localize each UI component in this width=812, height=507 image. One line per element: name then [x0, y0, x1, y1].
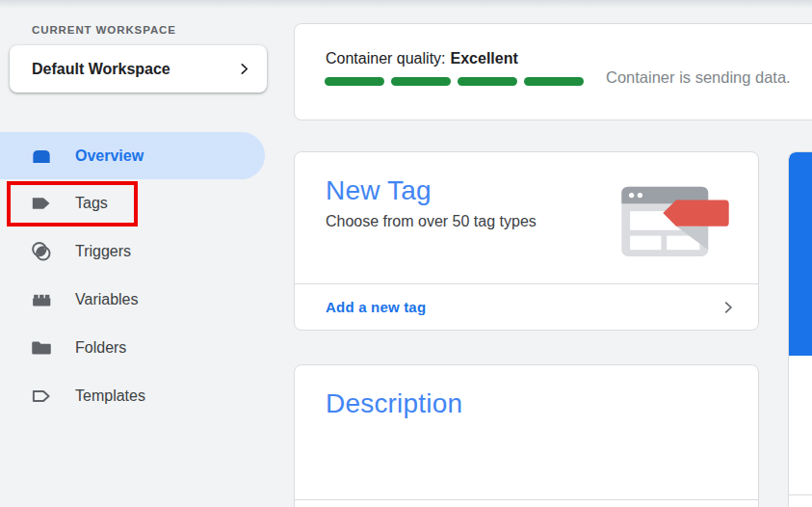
workspace-selector[interactable]: Default Workspace	[10, 45, 267, 93]
sidebar-item-label: Templates	[75, 387, 145, 405]
chevron-right-icon	[237, 62, 251, 76]
browser-tag-icon	[619, 177, 733, 262]
description-card: Description	[294, 364, 759, 507]
quality-bar	[524, 77, 584, 86]
container-quality-label: Container quality:	[326, 50, 446, 67]
add-new-tag-label: Add a new tag	[326, 299, 720, 315]
triggers-icon	[29, 239, 54, 264]
container-status-text: Container is sending data.	[606, 68, 791, 87]
sidebar-item-variables[interactable]: Variables	[0, 276, 289, 324]
header-shadow	[0, 0, 812, 9]
new-tag-title: New Tag	[326, 175, 432, 206]
sidebar-item-label: Tags	[75, 195, 108, 212]
sidebar-item-label: Overview	[75, 147, 144, 165]
workspace-name: Default Workspace	[32, 61, 237, 78]
sidebar-item-label: Folders	[75, 339, 126, 357]
chevron-right-icon	[720, 299, 737, 316]
sidebar-item-label: Triggers	[75, 243, 131, 260]
sidebar-item-templates[interactable]: Templates	[0, 372, 289, 420]
overview-icon	[29, 144, 54, 169]
gtm-workspace-page: CURRENT WORKSPACE Default Workspace Over…	[0, 0, 812, 507]
new-tag-card: New Tag Choose from over 50 tag types Ad…	[294, 151, 759, 331]
new-tag-subtitle: Choose from over 50 tag types	[326, 213, 537, 230]
description-title: Description	[326, 388, 462, 419]
container-quality-text: Container quality:Excellent	[326, 50, 518, 67]
quality-bar	[325, 77, 384, 86]
quality-bar	[458, 77, 517, 86]
sidebar-item-tags[interactable]: Tags	[0, 179, 289, 227]
template-icon	[29, 384, 54, 409]
container-quality-card: Container quality:Excellent Container is…	[294, 23, 812, 120]
sidebar-item-overview[interactable]: Overview	[0, 132, 265, 179]
current-workspace-label: CURRENT WORKSPACE	[32, 24, 176, 36]
add-new-tag-action[interactable]: Add a new tag	[295, 283, 758, 330]
quality-bar	[391, 77, 451, 86]
container-quality-rating: Excellent	[451, 50, 518, 67]
folder-icon	[29, 335, 54, 360]
variables-icon	[29, 287, 54, 312]
card-divider	[295, 499, 758, 500]
partial-card-blue-header	[789, 152, 812, 356]
quality-bars	[325, 77, 584, 86]
card-divider	[789, 494, 812, 495]
tag-icon	[29, 191, 54, 216]
sidebar-item-label: Variables	[75, 291, 139, 308]
partial-card-right[interactable]	[788, 151, 812, 507]
sidebar-item-triggers[interactable]: Triggers	[0, 227, 289, 276]
sidebar-item-folders[interactable]: Folders	[0, 324, 289, 372]
sidebar-nav: Overview Tags Triggers	[0, 132, 289, 420]
